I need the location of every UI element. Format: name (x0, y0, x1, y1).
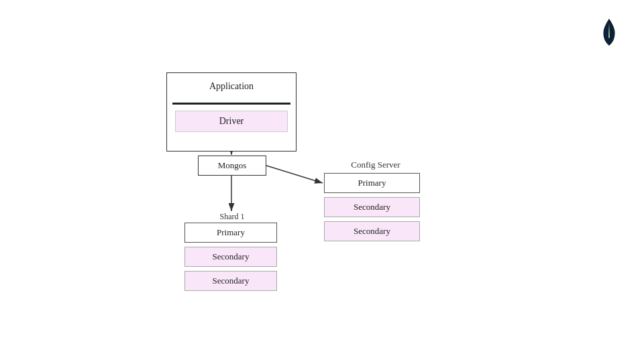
config-secondary2-box: Secondary (324, 221, 420, 241)
mongodb-logo-icon (601, 19, 617, 46)
config-server-title: Config Server (330, 160, 421, 170)
config-secondary2-label: Secondary (354, 226, 390, 237)
mongos-box: Mongos (198, 156, 266, 176)
shard1-secondary2-label: Secondary (213, 276, 250, 286)
shard1-secondary1-label: Secondary (213, 251, 250, 262)
app-divider (172, 103, 290, 105)
shard1-primary-box: Primary (184, 223, 277, 243)
mongos-label: Mongos (218, 160, 247, 171)
config-secondary1-label: Secondary (354, 202, 390, 213)
config-secondary1-box: Secondary (324, 197, 420, 217)
app-driver-box: Application Driver (166, 72, 297, 152)
diagram-container: Application Driver Mongos Shard 1 Primar… (0, 0, 644, 362)
shard1-secondary2-box: Secondary (184, 271, 277, 291)
shard1-secondary1-box: Secondary (184, 247, 277, 267)
driver-box: Driver (175, 111, 288, 132)
shard1-primary-label: Primary (217, 227, 245, 238)
config-primary-label: Primary (358, 178, 386, 188)
shard1-title: Shard 1 (198, 212, 266, 222)
diagram-arrows (0, 0, 644, 362)
application-label: Application (167, 81, 296, 92)
config-primary-box: Primary (324, 173, 420, 193)
svg-line-3 (266, 166, 323, 183)
